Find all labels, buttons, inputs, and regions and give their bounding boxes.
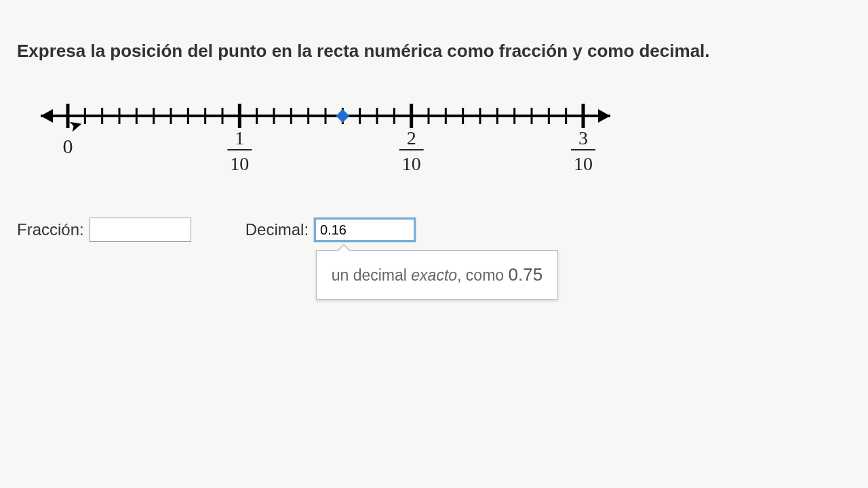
svg-text:10: 10 (574, 153, 593, 174)
tooltip-text-mid: , como (457, 266, 508, 284)
decimal-field-group: Decimal: un decimal exacto, como 0.75 (245, 218, 416, 242)
tooltip-text-pre: un decimal (332, 266, 412, 284)
decimal-input[interactable] (314, 218, 416, 242)
tooltip-text-em: exacto (411, 266, 457, 284)
number-line-svg: 0110210310 (27, 96, 624, 197)
svg-marker-1 (41, 109, 53, 123)
hint-tooltip: un decimal exacto, como 0.75 (316, 250, 558, 300)
svg-text:1: 1 (235, 127, 244, 148)
svg-text:10: 10 (402, 153, 421, 174)
svg-text:3: 3 (578, 127, 588, 148)
fraction-field-group: Fracción: (17, 218, 191, 242)
svg-text:2: 2 (407, 127, 416, 148)
decimal-label: Decimal: (245, 220, 309, 239)
svg-text:10: 10 (230, 153, 249, 174)
number-line: 0110210310 ➤ (27, 96, 851, 197)
fraction-input[interactable] (90, 218, 191, 242)
svg-marker-44 (336, 109, 349, 123)
fraction-label: Fracción: (17, 220, 84, 239)
tooltip-example: 0.75 (509, 264, 543, 285)
svg-text:0: 0 (63, 135, 73, 157)
question-prompt: Expresa la posición del punto en la rect… (17, 41, 851, 62)
svg-marker-2 (598, 109, 610, 123)
